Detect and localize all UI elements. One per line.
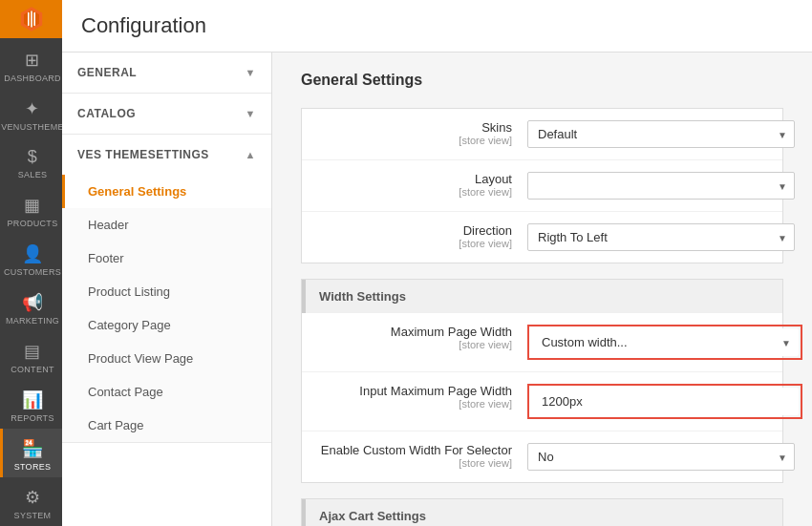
chevron-up-icon-ves: ▲	[246, 149, 256, 160]
direction-select[interactable]: Rigth To Left Left To Right	[527, 223, 795, 251]
left-nav: GENERAL ▼ CATALOG ▼ VES THEMESETTINGS ▲	[62, 53, 272, 526]
reports-icon: 📊	[22, 389, 43, 410]
settings-group-general: Skins [store view] Default Layout	[301, 108, 783, 263]
sidebar-item-dashboard[interactable]: ⊞ Dashboard	[0, 40, 62, 89]
nav-section-catalog: CATALOG ▼	[62, 94, 271, 135]
products-icon: ▦	[24, 195, 40, 216]
nav-section-catalog-header[interactable]: CATALOG ▼	[62, 94, 271, 134]
settings-group-width-header: Width Settings	[302, 280, 782, 313]
settings-section-title: General Settings	[301, 72, 783, 89]
direction-select-wrapper: Rigth To Left Left To Right	[527, 223, 795, 251]
settings-panel: General Settings Skins [store view] Defa…	[272, 53, 812, 526]
nav-section-ves-label: VES THEMESETTINGS	[77, 148, 209, 161]
nav-section-general: GENERAL ▼	[62, 53, 271, 94]
settings-control-input-max-page-width	[527, 384, 802, 419]
nav-section-general-label: GENERAL	[77, 66, 137, 79]
sidebar-item-product-listing[interactable]: Product Listing	[62, 275, 271, 308]
settings-label-max-page-width: Maximum Page Width [store view]	[317, 325, 527, 350]
settings-row-input-max-page-width: Input Maximum Page Width [store view]	[302, 372, 782, 431]
sales-icon: $	[28, 147, 37, 167]
layout-select-wrapper	[527, 172, 795, 200]
page-title: Configuration	[81, 13, 793, 38]
nav-section-ves: VES THEMESETTINGS ▲ General Settings Hea…	[62, 135, 271, 443]
sidebar-item-header[interactable]: Header	[62, 208, 271, 242]
max-page-width-highlight: Custom width...	[527, 325, 802, 360]
customers-icon: 👤	[22, 243, 43, 264]
input-max-page-width-field[interactable]	[531, 388, 799, 415]
settings-row-layout: Layout [store view]	[302, 160, 782, 212]
sidebar-item-contact-page[interactable]: Contact Page	[62, 375, 271, 409]
sidebar-item-system[interactable]: ⚙ System	[0, 477, 62, 526]
sidebar-item-content[interactable]: ▤ Content	[0, 331, 62, 380]
skins-select-wrapper: Default	[527, 120, 795, 148]
content-area: GENERAL ▼ CATALOG ▼ VES THEMESETTINGS ▲	[62, 53, 812, 526]
skins-select[interactable]: Default	[527, 120, 795, 148]
settings-label-direction: Direction [store view]	[317, 223, 527, 249]
chevron-down-icon-catalog: ▼	[246, 108, 256, 119]
settings-control-layout	[527, 172, 795, 200]
settings-label-enable-custom-width: Enable Custom Width For Selector [store …	[317, 443, 527, 469]
settings-row-max-page-width: Maximum Page Width [store view] Custom w…	[302, 313, 782, 372]
settings-label-input-max-page-width: Input Maximum Page Width [store view]	[317, 384, 527, 410]
enable-custom-width-select[interactable]: No Yes	[527, 443, 795, 471]
marketing-icon: 📢	[22, 292, 43, 313]
settings-group-ajax-cart: Ajax Cart Settings Enable Ajax Cart [sto…	[301, 498, 783, 526]
sidebar-item-category-page[interactable]: Category Page	[62, 308, 271, 342]
sidebar: ⊞ Dashboard ✦ Venustheme $ Sales ▦ Produ…	[0, 0, 62, 526]
sidebar-item-marketing[interactable]: 📢 Marketing	[0, 283, 62, 331]
settings-label-layout: Layout [store view]	[317, 172, 527, 198]
sidebar-item-footer[interactable]: Footer	[62, 242, 271, 275]
sidebar-item-customers[interactable]: 👤 Customers	[0, 234, 62, 283]
nav-section-general-header[interactable]: GENERAL ▼	[62, 53, 271, 93]
system-icon: ⚙	[25, 487, 40, 508]
nav-section-catalog-label: CATALOG	[77, 107, 136, 120]
settings-row-direction: Direction [store view] Rigth To Left Lef…	[302, 212, 782, 263]
main-wrapper: Configuration GENERAL ▼ CATALOG ▼	[62, 0, 812, 526]
magento-logo	[0, 0, 62, 38]
layout-select[interactable]	[527, 172, 795, 200]
top-header: Configuration	[62, 0, 812, 53]
settings-row-skins: Skins [store view] Default	[302, 109, 782, 160]
nav-sub-items-ves: General Settings Header Footer Product L…	[62, 175, 271, 442]
settings-control-direction: Rigth To Left Left To Right	[527, 223, 795, 251]
dashboard-icon: ⊞	[25, 50, 39, 71]
max-page-width-select-wrapper: Custom width...	[531, 328, 799, 356]
sidebar-item-cart-page[interactable]: Cart Page	[62, 409, 271, 442]
sidebar-item-products[interactable]: ▦ Products	[0, 185, 62, 234]
nav-section-ves-header[interactable]: VES THEMESETTINGS ▲	[62, 135, 271, 175]
content-icon: ▤	[24, 341, 40, 362]
settings-control-max-page-width: Custom width...	[527, 325, 802, 360]
enable-custom-width-select-wrapper: No Yes	[527, 443, 795, 471]
max-page-width-select[interactable]: Custom width...	[531, 328, 799, 356]
settings-label-skins: Skins [store view]	[317, 120, 527, 146]
chevron-down-icon: ▼	[246, 67, 256, 78]
venustheme-icon: ✦	[25, 98, 39, 119]
stores-icon: 🏪	[22, 438, 43, 459]
settings-group-width: Width Settings Maximum Page Width [store…	[301, 279, 783, 483]
sidebar-item-product-view-page[interactable]: Product View Page	[62, 342, 271, 375]
sidebar-item-sales[interactable]: $ Sales	[0, 137, 62, 185]
settings-group-ajax-cart-header: Ajax Cart Settings	[302, 499, 782, 526]
input-max-page-width-highlight	[527, 384, 802, 419]
sidebar-item-reports[interactable]: 📊 Reports	[0, 380, 62, 429]
settings-control-skins: Default	[527, 120, 795, 148]
sidebar-item-stores[interactable]: 🏪 Stores	[0, 429, 62, 477]
sidebar-item-general-settings[interactable]: General Settings	[62, 175, 271, 208]
settings-row-enable-custom-width: Enable Custom Width For Selector [store …	[302, 431, 782, 482]
settings-control-enable-custom-width: No Yes	[527, 443, 795, 471]
sidebar-item-venustheme[interactable]: ✦ Venustheme	[0, 89, 62, 137]
